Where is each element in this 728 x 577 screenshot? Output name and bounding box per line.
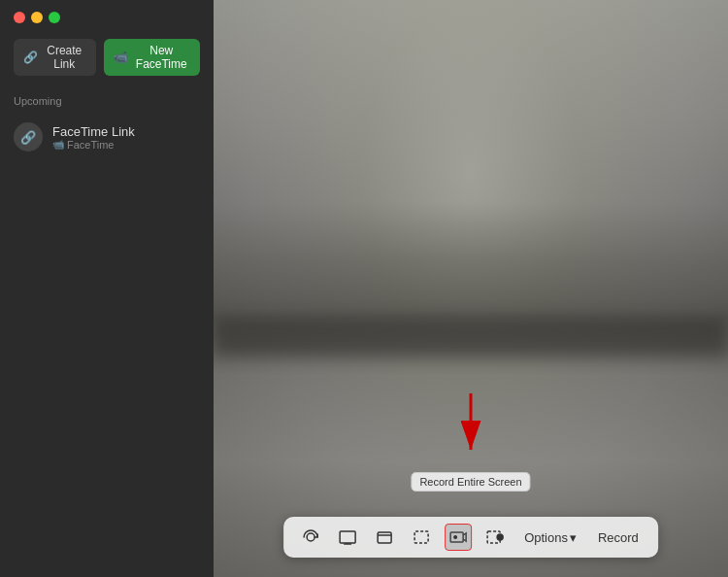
tooltip-text: Record Entire Screen — [419, 476, 521, 488]
link-icon-symbol: 🔗 — [20, 130, 36, 145]
svg-point-2 — [307, 533, 314, 541]
record-button[interactable]: Record — [592, 526, 645, 549]
svg-rect-3 — [340, 531, 355, 543]
main-content: Record Entire Screen — [214, 0, 728, 577]
fog-stripe — [214, 318, 728, 356]
sidebar: 🔗 Create Link 📹 New FaceTime Upcoming 🔗 … — [0, 0, 214, 577]
svg-point-10 — [453, 535, 457, 539]
options-label: Options — [524, 530, 568, 545]
new-facetime-label: New FaceTime — [133, 44, 190, 71]
camera-rotate-icon[interactable] — [297, 524, 324, 551]
capture-window-icon[interactable] — [371, 524, 398, 551]
facetime-subtitle-video-icon: 📹 — [52, 139, 64, 150]
facetime-link-title: FaceTime Link — [52, 124, 135, 139]
facetime-link-icon: 🔗 — [14, 122, 43, 152]
record-screen-icon[interactable] — [445, 524, 472, 551]
minimize-button[interactable] — [31, 12, 43, 23]
video-icon: 📹 — [114, 51, 128, 64]
red-arrow — [442, 393, 500, 465]
facetime-link-text: FaceTime Link 📹 FaceTime — [52, 124, 135, 151]
svg-rect-6 — [378, 532, 391, 543]
create-link-button[interactable]: 🔗 Create Link — [14, 39, 96, 76]
svg-point-12 — [497, 534, 503, 540]
sidebar-action-buttons: 🔗 Create Link 📹 New FaceTime — [0, 33, 214, 89]
tooltip: Record Entire Screen — [411, 472, 530, 492]
close-button[interactable] — [14, 12, 25, 23]
capture-screen-icon[interactable] — [334, 524, 361, 551]
create-link-label: Create Link — [43, 44, 86, 71]
record-label: Record — [598, 530, 639, 545]
upcoming-label: Upcoming — [0, 89, 214, 113]
facetime-link-item[interactable]: 🔗 FaceTime Link 📹 FaceTime — [0, 113, 214, 161]
svg-rect-8 — [414, 531, 428, 543]
link-icon: 🔗 — [23, 51, 38, 64]
screenshot-toolbar: Options ▾ Record — [283, 517, 658, 558]
new-facetime-button[interactable]: 📹 New FaceTime — [104, 39, 200, 76]
options-button[interactable]: Options ▾ — [518, 526, 582, 549]
traffic-lights — [0, 0, 214, 33]
capture-selection-icon[interactable] — [408, 524, 435, 551]
options-chevron: ▾ — [570, 530, 577, 545]
maximize-button[interactable] — [49, 12, 60, 23]
record-selection-icon[interactable] — [481, 524, 509, 551]
facetime-link-subtitle: 📹 FaceTime — [52, 139, 135, 151]
